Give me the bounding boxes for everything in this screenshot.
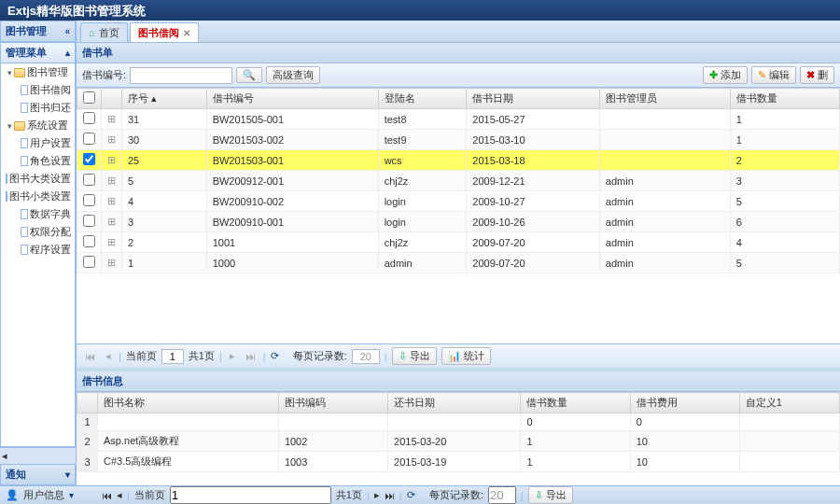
- table-row[interactable]: 2Asp.net高级教程10022015-03-20110: [77, 431, 840, 452]
- page-input[interactable]: [161, 349, 184, 364]
- row-expander-icon[interactable]: ⊞: [102, 253, 122, 273]
- footer-last-button[interactable]: ⏭: [385, 490, 395, 501]
- user-info-label[interactable]: 用户信息: [23, 488, 64, 502]
- tree-node[interactable]: 图书小类设置: [1, 188, 75, 205]
- perpage-input[interactable]: [352, 349, 380, 364]
- footer-page-input[interactable]: [170, 486, 331, 504]
- cell: [599, 109, 730, 130]
- expander-icon[interactable]: ▾: [5, 121, 14, 131]
- leaf-icon: [21, 209, 28, 219]
- add-button[interactable]: ✚添加: [703, 66, 748, 84]
- row-checkbox[interactable]: [83, 133, 95, 145]
- cell: 0: [630, 413, 739, 431]
- tree-node[interactable]: ▾图书管理: [1, 63, 75, 81]
- export-button[interactable]: ⇩导出: [392, 347, 437, 365]
- row-expander-icon[interactable]: ⊞: [102, 171, 122, 191]
- table-row[interactable]: ⊞4BW200910-002login2009-10-27admin5: [77, 191, 840, 212]
- expander-icon[interactable]: ▾: [5, 68, 14, 77]
- table-row[interactable]: ⊞21001chj2z2009-07-20admin4: [77, 232, 840, 253]
- column-header[interactable]: 还书日期: [388, 393, 521, 413]
- user-expand-icon[interactable]: ▾: [69, 490, 74, 500]
- row-checkbox[interactable]: [83, 174, 95, 186]
- tab[interactable]: 图书借阅✕: [130, 22, 199, 42]
- column-header[interactable]: 借书费用: [630, 393, 739, 413]
- table-row[interactable]: ⊞11000admin2009-07-20admin5: [77, 253, 840, 273]
- next-page-button[interactable]: ▸: [227, 350, 238, 362]
- table-row[interactable]: ⊞5BW200912-001chj2z2009-12-21admin3: [77, 171, 840, 191]
- search-input[interactable]: [130, 67, 232, 84]
- table-row[interactable]: 100: [77, 413, 840, 431]
- cell: [98, 413, 279, 431]
- delete-button[interactable]: ✖删: [800, 66, 834, 84]
- refresh-icon[interactable]: ⟳: [271, 350, 279, 362]
- tree-label: 图书小类设置: [9, 189, 71, 203]
- cell: admin: [599, 253, 730, 273]
- notice-header[interactable]: 通知 ▾: [0, 464, 76, 485]
- adv-search-button[interactable]: 高级查询: [266, 66, 320, 84]
- row-expander-icon[interactable]: ⊞: [102, 130, 122, 150]
- search-button[interactable]: 🔍: [236, 67, 262, 83]
- column-header[interactable]: 登陆名: [378, 89, 467, 109]
- table-row[interactable]: ⊞25BW201503-001wcs2015-03-182: [77, 150, 840, 171]
- tree-label: 图书大类设置: [9, 172, 71, 186]
- tree-node[interactable]: 程序设置: [1, 241, 75, 259]
- cell: 2015-03-19: [388, 452, 521, 472]
- column-header[interactable]: 自定义1: [739, 393, 839, 413]
- footer-refresh-icon[interactable]: ⟳: [407, 489, 415, 501]
- column-header[interactable]: 图书编码: [278, 393, 387, 413]
- row-expander-icon[interactable]: ⊞: [102, 232, 122, 253]
- row-expander-icon[interactable]: ⊞: [102, 150, 122, 171]
- table-row[interactable]: ⊞3BW200910-001login2009-10-26admin6: [77, 212, 840, 232]
- footer-next-button[interactable]: ▸: [374, 489, 380, 501]
- last-page-button[interactable]: ⏭: [243, 351, 259, 362]
- column-header[interactable]: 序号 ▴: [122, 89, 207, 109]
- prev-page-button[interactable]: ◂: [103, 350, 114, 362]
- footer-first-button[interactable]: ⏮: [102, 490, 112, 501]
- footer-prev-button[interactable]: ◂: [117, 489, 122, 501]
- tab[interactable]: ⌂首页: [80, 22, 128, 42]
- tree-scroll-left[interactable]: ◂: [0, 447, 76, 464]
- footer-export-button[interactable]: ⇩导出: [528, 486, 573, 504]
- cell: 6: [730, 212, 839, 232]
- stat-button[interactable]: 📊统计: [441, 347, 491, 365]
- tree-node[interactable]: 图书归还: [1, 99, 75, 117]
- column-header[interactable]: 借书编号: [206, 89, 378, 109]
- column-header[interactable]: [102, 89, 122, 109]
- tree-node[interactable]: 图书借阅: [1, 81, 75, 99]
- column-header[interactable]: [77, 393, 98, 413]
- cell: 2009-12-21: [467, 171, 600, 191]
- tree-node[interactable]: 用户设置: [1, 134, 75, 152]
- row-expander-icon[interactable]: ⊞: [102, 109, 122, 130]
- select-all-checkbox[interactable]: [83, 91, 95, 104]
- tree-node[interactable]: 角色设置: [1, 152, 75, 170]
- column-header[interactable]: 借书数量: [730, 89, 839, 109]
- collapse-left-icon[interactable]: «: [64, 26, 70, 36]
- column-header[interactable]: 图书名称: [98, 393, 279, 413]
- row-expander-icon[interactable]: ⊞: [102, 212, 122, 232]
- table-row[interactable]: ⊞30BW201503-002test92015-03-101: [77, 130, 840, 150]
- row-checkbox[interactable]: [83, 194, 95, 206]
- row-checkbox[interactable]: [83, 215, 95, 227]
- row-checkbox[interactable]: [83, 153, 95, 165]
- edit-button[interactable]: ✎编辑: [751, 66, 796, 84]
- column-header[interactable]: [77, 89, 102, 109]
- tree-node[interactable]: 数据字典: [1, 205, 75, 223]
- tree-node[interactable]: ▾系统设置: [1, 117, 75, 134]
- tree-node[interactable]: 权限分配: [1, 223, 75, 241]
- column-header[interactable]: 图书管理员: [599, 89, 730, 109]
- expand-down-icon[interactable]: ▾: [65, 469, 70, 480]
- first-page-button[interactable]: ⏮: [82, 351, 98, 362]
- row-expander-icon[interactable]: ⊞: [102, 191, 122, 212]
- collapse-up-icon[interactable]: ▴: [65, 48, 70, 58]
- row-checkbox[interactable]: [83, 235, 95, 247]
- table-row[interactable]: ⊞31BW201505-001test82015-05-271: [77, 109, 840, 130]
- column-header[interactable]: 借书日期: [467, 89, 600, 109]
- row-checkbox[interactable]: [83, 256, 95, 268]
- tree-node[interactable]: 图书大类设置: [1, 170, 75, 188]
- footer-cur-label: 当前页: [134, 488, 165, 502]
- close-icon[interactable]: ✕: [183, 28, 190, 38]
- column-header[interactable]: 借书数量: [521, 393, 630, 413]
- footer-perpage-input[interactable]: [488, 486, 516, 504]
- table-row[interactable]: 3C#3.5高级编程10032015-03-19110: [77, 452, 840, 472]
- row-checkbox[interactable]: [83, 112, 95, 124]
